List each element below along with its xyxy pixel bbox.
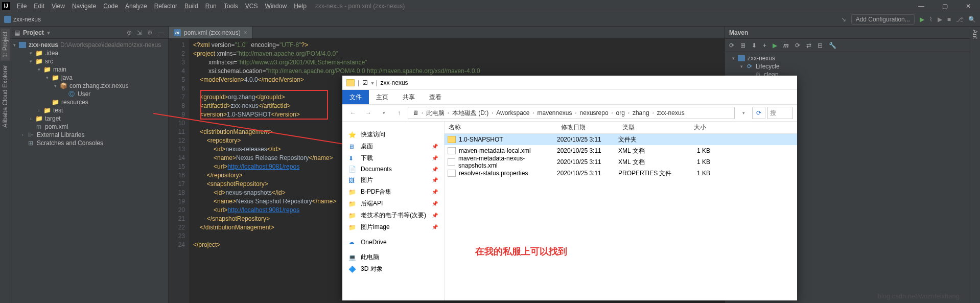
maven-m-icon[interactable]: m: [783, 42, 789, 49]
maven-root[interactable]: ▾zxx-nexus: [729, 54, 976, 62]
nav-item[interactable]: ☁OneDrive: [342, 237, 444, 247]
tab-home[interactable]: 主页: [369, 90, 395, 104]
menu-refactor[interactable]: Refactor: [151, 3, 181, 10]
ant-tool-tab[interactable]: Ant: [970, 27, 979, 42]
add-configuration-button[interactable]: Add Configuration...: [851, 14, 915, 25]
up-button[interactable]: ↑: [392, 106, 406, 120]
explorer-titlebar[interactable]: | ☑ ▾ | zxx-nexus: [342, 76, 797, 90]
file-row[interactable]: resolver-status.properties2020/10/25 3:1…: [445, 168, 797, 179]
code-line[interactable]: <?xml version="1.0" encoding="UTF-8"?>: [193, 41, 725, 50]
tree-item[interactable]: ›📁test: [10, 106, 168, 114]
alibaba-tool-tab[interactable]: Alibaba Cloud Explorer: [1, 62, 10, 131]
code-line[interactable]: xmlns:xsi="http://www.w3.org/2001/XMLSch…: [193, 58, 725, 67]
menu-vcs[interactable]: VCS: [242, 3, 262, 10]
search-icon[interactable]: 🔍: [968, 16, 976, 23]
coverage-icon[interactable]: ▶: [938, 16, 942, 23]
col-name[interactable]: 名称: [445, 123, 557, 132]
menu-run[interactable]: Run: [202, 3, 220, 10]
crumb[interactable]: 此电脑: [424, 109, 447, 118]
select-opened-icon[interactable]: ⊕: [127, 29, 132, 36]
back-button[interactable]: ←: [346, 106, 360, 120]
history-button[interactable]: ▾: [377, 106, 390, 120]
menu-code[interactable]: Code: [100, 3, 122, 10]
column-headers[interactable]: 名称 修改日期 类型 大小: [445, 122, 797, 134]
expand-icon[interactable]: ⇲: [137, 29, 142, 36]
tree-item[interactable]: ▾📦com.zhang.zxx.nexus: [10, 82, 168, 90]
nav-item[interactable]: ⭐快速访问: [342, 129, 444, 141]
close-tab-icon[interactable]: ×: [244, 29, 247, 36]
menu-window[interactable]: Window: [261, 3, 290, 10]
nav-item[interactable]: 📄Documents📌: [342, 164, 444, 174]
nav-item[interactable]: 📁老技术的电子书等(次要)📌: [342, 209, 444, 221]
menu-tools[interactable]: Tools: [220, 3, 242, 10]
nav-item[interactable]: 💻此电脑: [342, 251, 444, 263]
menu-analyze[interactable]: Analyze: [122, 3, 151, 10]
menu-view[interactable]: View: [48, 3, 68, 10]
debug-icon[interactable]: ⌇: [929, 16, 932, 23]
build-hammer-icon[interactable]: ↘: [841, 16, 846, 23]
refresh-button[interactable]: ⟳: [752, 107, 765, 119]
forward-button[interactable]: →: [362, 106, 375, 120]
col-date[interactable]: 修改日期: [557, 123, 618, 132]
crumb[interactable]: 本地磁盘 (D:): [450, 109, 491, 118]
nav-item[interactable]: 🔷3D 对象: [342, 263, 444, 275]
crumb[interactable]: Aworkspace: [494, 109, 531, 116]
tree-item[interactable]: ›📁target: [10, 114, 168, 123]
crumb[interactable]: zhang: [631, 109, 651, 116]
stop-icon[interactable]: ■: [947, 16, 951, 23]
menu-edit[interactable]: Edit: [30, 3, 48, 10]
crumb[interactable]: org: [614, 109, 627, 116]
collapse-icon[interactable]: ⊟: [818, 42, 823, 49]
col-size[interactable]: 大小: [680, 123, 710, 132]
add-icon[interactable]: +: [763, 42, 766, 49]
hide-icon[interactable]: —: [158, 29, 164, 36]
download-icon[interactable]: ⬇: [752, 42, 757, 49]
tree-item[interactable]: mpom.xml: [10, 123, 168, 131]
menu-build[interactable]: Build: [181, 3, 202, 10]
toggle-icon[interactable]: ⟳: [795, 42, 800, 49]
tab-view[interactable]: 查看: [422, 90, 449, 104]
crumb[interactable]: zxx-nexus: [655, 109, 687, 116]
nav-item[interactable]: 📁图片image📌: [342, 221, 444, 233]
nav-item[interactable]: 📁后端API📌: [342, 198, 444, 209]
close-button[interactable]: ✕: [956, 0, 980, 12]
tree-item[interactable]: ›⊪External Libraries: [10, 131, 168, 139]
explorer-file-list[interactable]: 名称 修改日期 类型 大小 1.0-SNAPSHOT2020/10/25 3:1…: [445, 122, 797, 300]
address-crumbs[interactable]: 🖥›此电脑›本地磁盘 (D:)›Aworkspace›mavennexus›ne…: [408, 107, 735, 119]
nav-item[interactable]: 📁B-PDF合集📌: [342, 186, 444, 198]
nav-item[interactable]: ⬇下载📌: [342, 152, 444, 164]
address-dropdown[interactable]: ▾: [737, 106, 750, 120]
minimize-button[interactable]: —: [909, 0, 933, 12]
editor-tab[interactable]: m pom.xml (zxx-nexus) ×: [169, 27, 253, 38]
tree-root[interactable]: ▾ zxx-nexus D:\Aworkspace\idea\demo\zxx-…: [10, 41, 168, 49]
tree-item[interactable]: ▾📁main: [10, 65, 168, 74]
search-input[interactable]: 搜: [767, 107, 793, 119]
gear-icon[interactable]: ⚙: [147, 29, 153, 36]
tree-item[interactable]: ▾📁java: [10, 74, 168, 82]
explorer-nav-pane[interactable]: ⭐快速访问🖥桌面📌⬇下载📌📄Documents📌🖼图片📌📁B-PDF合集📌📁后端…: [342, 122, 445, 300]
settings-icon[interactable]: 🔧: [829, 42, 836, 49]
tree-item[interactable]: ⒸUser: [10, 90, 168, 98]
tab-file[interactable]: 文件: [342, 90, 369, 104]
code-line[interactable]: xsi:schemaLocation="http://maven.apache.…: [193, 67, 725, 76]
offline-icon[interactable]: ⇄: [806, 42, 811, 49]
run-icon[interactable]: ▶: [773, 42, 777, 49]
nav-item[interactable]: 🖼图片📌: [342, 174, 444, 186]
file-row[interactable]: maven-metadata-nexus-snapshots.xml2020/1…: [445, 156, 797, 168]
project-tree[interactable]: ▾ zxx-nexus D:\Aworkspace\idea\demo\zxx-…: [10, 39, 168, 303]
maximize-button[interactable]: ▢: [933, 0, 956, 12]
menu-help[interactable]: Help: [290, 3, 310, 10]
tree-item[interactable]: 📁resources: [10, 98, 168, 106]
checkbox-icon[interactable]: ☑: [362, 79, 368, 86]
file-row[interactable]: 1.0-SNAPSHOT2020/10/25 3:11文件夹: [445, 134, 797, 145]
breadcrumb[interactable]: zxx-nexus: [4, 16, 41, 23]
col-type[interactable]: 类型: [618, 123, 680, 132]
generate-icon[interactable]: ⊞: [740, 42, 745, 49]
menu-navigate[interactable]: Navigate: [68, 3, 100, 10]
crumb[interactable]: mavennexus: [535, 109, 574, 116]
tree-item[interactable]: ▾📁.idea: [10, 49, 168, 57]
crumb[interactable]: nexusrepo: [578, 109, 611, 116]
code-line[interactable]: <project xmlns="http://maven.apache.org/…: [193, 50, 725, 58]
maven-lifecycle[interactable]: ▾⟳Lifecycle: [729, 62, 976, 71]
project-tool-tab[interactable]: 1: Project: [1, 29, 10, 61]
